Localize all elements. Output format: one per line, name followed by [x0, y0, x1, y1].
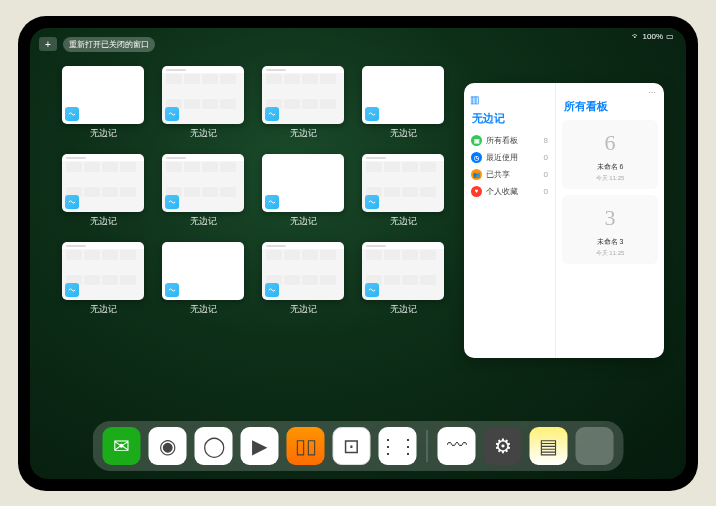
- dock-app-notes[interactable]: ▤: [530, 427, 568, 465]
- freeform-app-icon: [365, 107, 379, 121]
- freeform-app-icon: [365, 195, 379, 209]
- window-thumbnail[interactable]: 无边记: [62, 66, 144, 140]
- board-date: 今天 11:25: [596, 249, 625, 258]
- window-thumbnail[interactable]: 无边记: [262, 154, 344, 228]
- sidebar-item[interactable]: 👥已共享0: [470, 166, 549, 183]
- sidebar-item[interactable]: ▣所有看板8: [470, 132, 549, 149]
- sidebar-item-label: 最近使用: [486, 152, 518, 163]
- sidebar-item-icon: ♥: [471, 186, 482, 197]
- window-preview: [62, 66, 144, 124]
- window-thumbnail[interactable]: 无边记: [162, 154, 244, 228]
- dock-app-books[interactable]: ▯▯: [287, 427, 325, 465]
- window-label: 无边记: [390, 127, 417, 140]
- freeform-app-icon: [165, 195, 179, 209]
- sidebar-item-count: 8: [544, 136, 548, 145]
- board-thumbnail: 6: [592, 126, 628, 160]
- freeform-icon: 〰: [447, 434, 467, 457]
- new-tab-button[interactable]: +: [39, 37, 57, 51]
- dock-app-tools[interactable]: ⋮⋮: [379, 427, 417, 465]
- freeform-app-icon: [65, 107, 79, 121]
- sidebar-item-icon: ◷: [471, 152, 482, 163]
- window-thumbnail[interactable]: 无边记: [162, 242, 244, 316]
- freeform-panel: ··· ▥ 无边记 ▣所有看板8◷最近使用0👥已共享0♥个人收藏0 所有看板 6…: [464, 83, 664, 358]
- window-thumbnail[interactable]: 无边记: [62, 154, 144, 228]
- board-card[interactable]: 3未命名 3今天 11:25: [562, 195, 658, 264]
- window-label: 无边记: [390, 303, 417, 316]
- freeform-app-icon: [65, 195, 79, 209]
- sidebar-toggle-icon[interactable]: ▥: [470, 94, 479, 105]
- dock-app-qq-browser[interactable]: ◯: [195, 427, 233, 465]
- board-thumbnail: 3: [592, 201, 628, 235]
- wechat-icon: ✉: [113, 434, 130, 458]
- dice-icon: ⊡: [343, 434, 360, 458]
- dock-app-settings[interactable]: ⚙: [484, 427, 522, 465]
- dock-app-dice[interactable]: ⊡: [333, 427, 371, 465]
- sidebar-item-count: 0: [544, 153, 548, 162]
- window-thumbnail[interactable]: 无边记: [262, 66, 344, 140]
- app-windows-grid: 无边记无边记无边记无边记无边记无边记无边记无边记无边记无边记无边记无边记: [62, 66, 444, 316]
- sidebar-item[interactable]: ◷最近使用0: [470, 149, 549, 166]
- board-card[interactable]: 6未命名 6今天 11:25: [562, 120, 658, 189]
- window-preview: [362, 242, 444, 300]
- sidebar-item-label: 已共享: [486, 169, 510, 180]
- dock-app-wechat[interactable]: ✉: [103, 427, 141, 465]
- window-thumbnail[interactable]: 无边记: [362, 66, 444, 140]
- window-thumbnail[interactable]: 无边记: [162, 66, 244, 140]
- window-label: 无边记: [190, 215, 217, 228]
- dock-app-quark[interactable]: ◉: [149, 427, 187, 465]
- window-thumbnail[interactable]: 无边记: [362, 154, 444, 228]
- window-preview: [262, 66, 344, 124]
- books-icon: ▯▯: [295, 434, 317, 458]
- window-preview: [62, 154, 144, 212]
- tools-icon: ⋮⋮: [378, 434, 418, 458]
- wifi-icon: ᯤ: [632, 32, 640, 41]
- sidebar-item-icon: ▣: [471, 135, 482, 146]
- window-preview: [362, 154, 444, 212]
- window-thumbnail[interactable]: 无边记: [262, 242, 344, 316]
- sidebar-item-icon: 👥: [471, 169, 482, 180]
- video-icon: ▶: [252, 434, 267, 458]
- sidebar-item[interactable]: ♥个人收藏0: [470, 183, 549, 200]
- window-label: 无边记: [290, 215, 317, 228]
- sidebar-item-label: 所有看板: [486, 135, 518, 146]
- window-preview: [262, 242, 344, 300]
- window-label: 无边记: [290, 303, 317, 316]
- window-thumbnail[interactable]: 无边记: [62, 242, 144, 316]
- window-label: 无边记: [90, 127, 117, 140]
- battery-icon: ▭: [666, 32, 674, 41]
- window-preview: [162, 242, 244, 300]
- freeform-app-icon: [165, 107, 179, 121]
- window-label: 无边记: [90, 303, 117, 316]
- quark-icon: ◉: [159, 434, 176, 458]
- freeform-app-icon: [365, 283, 379, 297]
- panel-section-title: 所有看板: [564, 99, 658, 114]
- window-preview: [362, 66, 444, 124]
- board-name: 未命名 6: [597, 162, 624, 172]
- sidebar-item-count: 0: [544, 170, 548, 179]
- reopen-closed-window-button[interactable]: 重新打开已关闭的窗口: [63, 37, 155, 52]
- window-preview: [262, 154, 344, 212]
- freeform-app-icon: [265, 107, 279, 121]
- panel-app-title: 无边记: [472, 111, 549, 126]
- window-preview: [62, 242, 144, 300]
- board-name: 未命名 3: [597, 237, 624, 247]
- ipad-frame: ᯤ 100% ▭ + 重新打开已关闭的窗口 无边记无边记无边记无边记无边记无边记…: [18, 16, 698, 491]
- window-label: 无边记: [90, 215, 117, 228]
- dock-app-video[interactable]: ▶: [241, 427, 279, 465]
- sidebar-item-count: 0: [544, 187, 548, 196]
- battery-percent: 100%: [643, 32, 663, 41]
- qq-browser-icon: ◯: [203, 434, 225, 458]
- window-thumbnail[interactable]: 无边记: [362, 242, 444, 316]
- freeform-app-icon: [265, 283, 279, 297]
- dock-app-freeform[interactable]: 〰: [438, 427, 476, 465]
- status-bar: ᯤ 100% ▭: [632, 32, 674, 41]
- window-preview: [162, 154, 244, 212]
- window-label: 无边记: [390, 215, 417, 228]
- panel-sidebar: ▥ 无边记 ▣所有看板8◷最近使用0👥已共享0♥个人收藏0: [464, 83, 556, 358]
- panel-content: 所有看板 6未命名 6今天 11:253未命名 3今天 11:25: [556, 83, 664, 358]
- freeform-app-icon: [65, 283, 79, 297]
- top-left-controls: + 重新打开已关闭的窗口: [39, 37, 155, 52]
- board-date: 今天 11:25: [596, 174, 625, 183]
- freeform-app-icon: [265, 195, 279, 209]
- dock-app-folder[interactable]: [576, 427, 614, 465]
